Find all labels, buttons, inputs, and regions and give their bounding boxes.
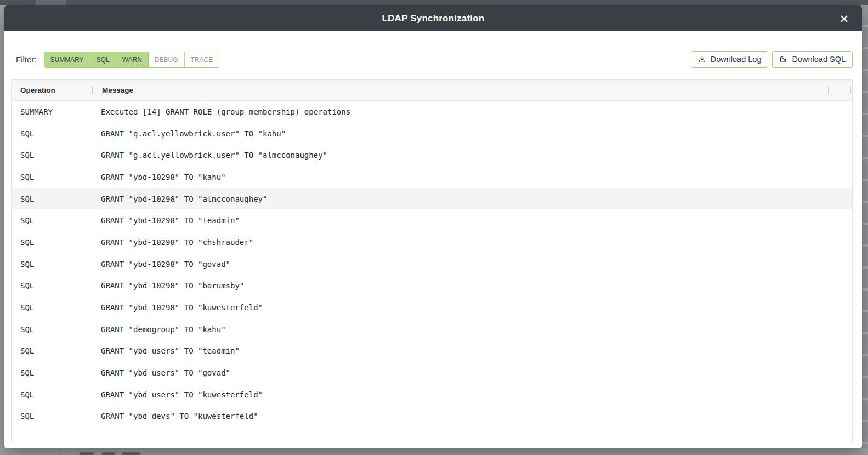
table-row[interactable]: SQL GRANT "ybd-10298" TO "almcconaughey" [12, 188, 852, 210]
filter-summary[interactable]: SUMMARY [44, 52, 90, 67]
download-log-button[interactable]: Download Log [691, 51, 769, 68]
row-operation: SQL [12, 216, 92, 225]
table-row[interactable]: SQL GRANT "ybd-10298" TO "teadmin" [12, 209, 852, 231]
filter-debug[interactable]: DEBUG [149, 52, 185, 67]
filter-label: Filter: [11, 55, 37, 64]
row-message: GRANT "demogroup" TO "kahu" [92, 325, 852, 334]
row-operation: SQL [12, 368, 92, 377]
column-header-message[interactable]: Message [93, 86, 828, 94]
table-row[interactable]: SQL GRANT "ybd_users" TO "teadmin" [12, 340, 852, 362]
column-separator[interactable] [828, 87, 829, 94]
table-row[interactable]: SQL GRANT "g.acl.yellowbrick.user" TO "k… [12, 123, 852, 145]
log-table-body: SUMMARY Executed [14] GRANT ROLE (group … [12, 101, 852, 427]
download-icon [698, 55, 706, 64]
row-operation: SQL [12, 281, 92, 290]
row-message: GRANT "ybd-10298" TO "teadmin" [92, 216, 852, 225]
log-table: Operation Message SUMMARY Executed [14] … [11, 79, 853, 441]
background-text-fragment [80, 452, 94, 455]
table-row[interactable]: SQL GRANT "ybd_devs" TO "kuwesterfeld" [12, 406, 852, 428]
filter-warn[interactable]: WARN [116, 52, 149, 67]
row-message: GRANT "ybd-10298" TO "kahu" [92, 173, 852, 181]
column-header-operation[interactable]: Operation [12, 86, 92, 94]
filter-sql[interactable]: SQL [90, 52, 116, 67]
row-message: GRANT "ybd_users" TO "teadmin" [92, 346, 852, 355]
row-message: GRANT "ybd_devs" TO "kuwesterfeld" [92, 412, 852, 420]
row-operation: SQL [12, 412, 92, 420]
filter-trace[interactable]: TRACE [185, 52, 219, 67]
download-sql-button[interactable]: Download SQL [772, 51, 853, 68]
table-row[interactable]: SQL GRANT "ybd-10298" TO "borumsby" [12, 275, 852, 297]
row-operation: SQL [12, 260, 92, 269]
download-buttons: Download Log Download SQL [691, 51, 853, 68]
table-row[interactable]: SQL GRANT "ybd-10298" TO "kahu" [12, 166, 852, 188]
background-topbar [0, 0, 868, 5]
background-text-fragment [122, 452, 140, 455]
table-row[interactable]: SQL GRANT "ybd_users" TO "govad" [12, 362, 852, 384]
close-icon[interactable]: ✕ [838, 12, 850, 25]
row-operation: SQL [12, 238, 92, 247]
download-log-label: Download Log [711, 55, 762, 64]
column-separator[interactable] [850, 87, 851, 94]
row-operation: SQL [12, 346, 92, 355]
table-row[interactable]: SQL GRANT "g.acl.yellowbrick.user" TO "a… [12, 144, 852, 166]
filter-section: Filter: SUMMARYSQLWARNDEBUGTRACE [11, 52, 219, 68]
row-message: Executed [14] GRANT ROLE (group membersh… [92, 107, 852, 116]
row-operation: SQL [12, 303, 92, 312]
download-sql-label: Download SQL [792, 55, 846, 64]
table-row[interactable]: SQL GRANT "ybd-10298" TO "kuwesterfeld" [12, 297, 852, 318]
row-operation: SQL [12, 195, 92, 203]
table-row[interactable]: SQL GRANT "ybd-10298" TO "chshrauder" [12, 231, 852, 253]
modal-title: LDAP Synchronization [382, 13, 485, 24]
background-topbar-tab [36, 0, 66, 5]
row-message: GRANT "g.acl.yellowbrick.user" TO "kahu" [92, 129, 852, 138]
table-row[interactable]: SQL GRANT "ybd-10298" TO "govad" [12, 253, 852, 275]
toolbar: Filter: SUMMARYSQLWARNDEBUGTRACE Downloa… [4, 31, 862, 68]
row-message: GRANT "ybd-10298" TO "almcconaughey" [92, 195, 852, 203]
row-operation: SQL [12, 325, 92, 334]
ldap-sync-modal: LDAP Synchronization ✕ Filter: SUMMARYSQ… [4, 5, 862, 448]
table-row[interactable]: SQL GRANT "demogroup" TO "kahu" [12, 318, 852, 340]
background-divider [58, 448, 58, 455]
background-divider [32, 448, 32, 455]
filter-button-group: SUMMARYSQLWARNDEBUGTRACE [44, 52, 220, 68]
log-table-header: Operation Message [12, 80, 852, 101]
row-message: GRANT "ybd_users" TO "govad" [92, 368, 852, 377]
row-operation: SQL [12, 390, 92, 399]
row-message: GRANT "ybd-10298" TO "govad" [92, 260, 852, 269]
row-message: GRANT "ybd-10298" TO "chshrauder" [92, 238, 852, 247]
background-text-fragment [102, 452, 115, 455]
row-message: GRANT "ybd-10298" TO "kuwesterfeld" [92, 303, 852, 312]
modal-header: LDAP Synchronization ✕ [4, 5, 862, 31]
background-toolbar [0, 448, 868, 455]
row-operation: SUMMARY [12, 107, 92, 116]
table-row[interactable]: SQL GRANT "ybd_users" TO "kuwesterfeld" [12, 384, 852, 406]
row-message: GRANT "ybd_users" TO "kuwesterfeld" [92, 390, 852, 399]
row-operation: SQL [12, 129, 92, 138]
row-operation: SQL [12, 173, 92, 181]
row-operation: SQL [12, 151, 92, 160]
table-row[interactable]: SUMMARY Executed [14] GRANT ROLE (group … [12, 101, 852, 123]
export-icon [779, 55, 787, 64]
row-message: GRANT "g.acl.yellowbrick.user" TO "almcc… [92, 151, 852, 160]
row-message: GRANT "ybd-10298" TO "borumsby" [92, 281, 852, 290]
